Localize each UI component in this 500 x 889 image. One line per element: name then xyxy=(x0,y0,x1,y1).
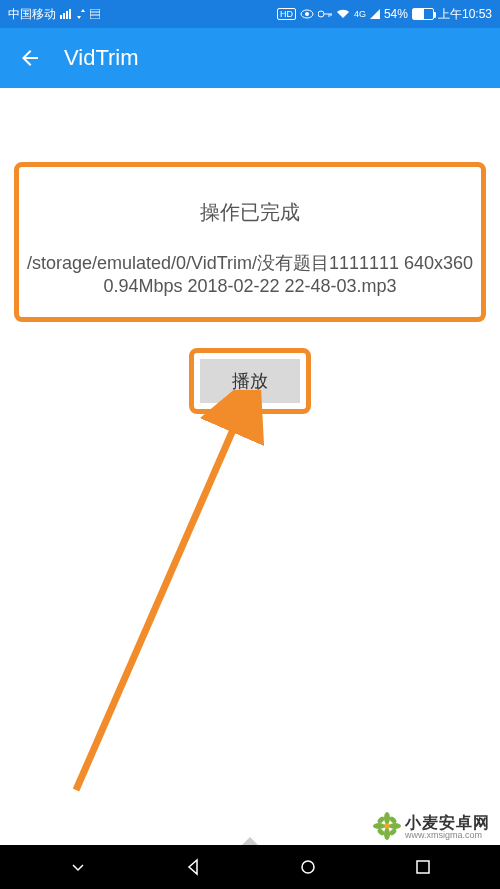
svg-line-13 xyxy=(76,400,246,790)
svg-rect-3 xyxy=(69,9,71,19)
status-left: 中国移动 xyxy=(8,6,100,23)
svg-rect-4 xyxy=(90,9,100,19)
output-file-path: /storage/emulated/0/VidTrim/没有题目1111111 … xyxy=(23,252,477,299)
app-title: VidTrim xyxy=(64,45,139,71)
completion-info-box: 操作已完成 /storage/emulated/0/VidTrim/没有题目11… xyxy=(14,162,486,322)
data-icon xyxy=(76,9,86,19)
nav-recent-icon[interactable] xyxy=(414,858,432,876)
play-highlight-box: 播放 xyxy=(189,348,311,414)
svg-point-8 xyxy=(305,12,309,16)
app-bar: VidTrim xyxy=(0,28,500,88)
watermark-logo-icon xyxy=(373,812,401,843)
status-right: HD 4G 54% 上午10:53 xyxy=(277,6,492,23)
svg-point-18 xyxy=(389,823,401,829)
watermark-url: www.xmsigma.com xyxy=(405,831,490,841)
battery-percent: 54% xyxy=(384,7,408,21)
eye-icon xyxy=(300,9,314,19)
svg-point-23 xyxy=(302,861,314,873)
watermark-title: 小麦安卓网 xyxy=(405,814,490,832)
svg-rect-0 xyxy=(60,15,62,19)
card-icon xyxy=(90,9,100,19)
svg-rect-24 xyxy=(417,861,429,873)
cell-signal-icon xyxy=(370,9,380,19)
svg-point-17 xyxy=(373,823,385,829)
notch-indicator xyxy=(242,837,258,845)
signal-icon xyxy=(60,9,72,19)
svg-point-15 xyxy=(384,812,390,824)
clock: 上午10:53 xyxy=(438,6,492,23)
carrier-label: 中国移动 xyxy=(8,6,56,23)
back-icon[interactable] xyxy=(18,46,42,70)
play-button[interactable]: 播放 xyxy=(200,359,300,403)
content-area: 操作已完成 /storage/emulated/0/VidTrim/没有题目11… xyxy=(0,88,500,414)
svg-rect-1 xyxy=(63,13,65,19)
nav-home-icon[interactable] xyxy=(299,858,317,876)
watermark: 小麦安卓网 www.xmsigma.com xyxy=(373,812,490,843)
svg-point-16 xyxy=(384,828,390,840)
navigation-bar xyxy=(0,845,500,889)
svg-point-9 xyxy=(318,11,324,17)
wifi-icon xyxy=(336,9,350,19)
nav-back-icon[interactable] xyxy=(184,858,202,876)
battery-icon xyxy=(412,8,434,20)
annotation-arrow xyxy=(56,390,276,810)
completion-title: 操作已完成 xyxy=(23,199,477,226)
network-type: 4G xyxy=(354,9,366,19)
nav-hide-icon[interactable] xyxy=(69,858,87,876)
hd-icon: HD xyxy=(277,8,296,20)
svg-rect-2 xyxy=(66,11,68,19)
key-icon xyxy=(318,10,332,18)
status-bar: 中国移动 HD 4G 54% 上午10:53 xyxy=(0,0,500,28)
